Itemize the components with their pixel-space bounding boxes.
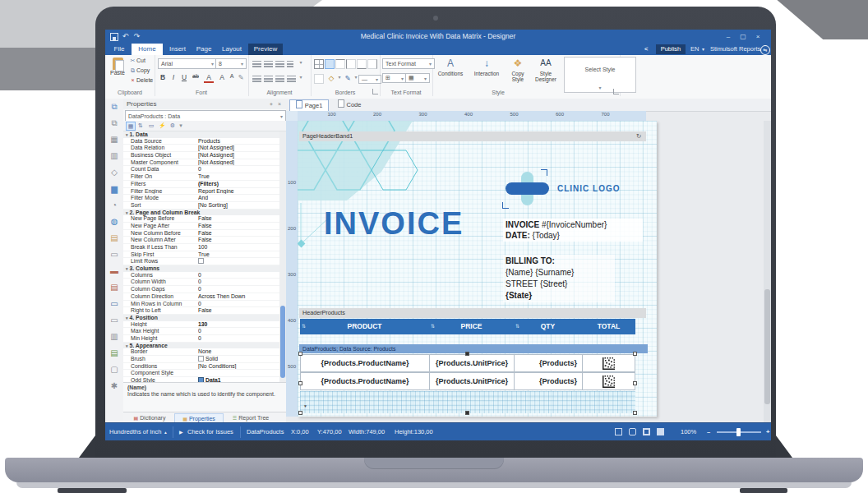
property-row-filter-mode[interactable]: Filter ModeAnd (123, 195, 279, 202)
settings-dropdown-icon[interactable]: ▾ (177, 122, 185, 129)
property-section-header[interactable]: ▾3. Columns (123, 265, 279, 272)
border-left-button[interactable] (346, 59, 356, 69)
toolbox-sub-report-icon[interactable]: ⧉ (105, 115, 123, 131)
align-right-button[interactable] (275, 76, 284, 82)
toolbox-cross-tab-icon[interactable]: ▦ (105, 131, 123, 148)
cell-unit-price[interactable]: {Products.UnitPrice} (429, 354, 515, 372)
events-icon[interactable]: ⚡ (158, 122, 166, 129)
property-row-right-to-left[interactable]: Right to LeftFalse (123, 307, 279, 315)
table-header-qty[interactable]: ⇅QTY (514, 319, 583, 334)
style-designer-button[interactable]: AAStyle Designer (531, 57, 561, 93)
select-style-dropdown[interactable]: ▾ (564, 85, 636, 93)
cut-button[interactable]: ✂Cut (129, 58, 154, 66)
logo-cross-horizontal[interactable] (506, 182, 549, 195)
report-page[interactable]: PageHeaderBand1 ↻ CLINIC LOGO INVOICE (298, 121, 657, 417)
grow-font-button[interactable]: A (217, 73, 227, 81)
toolbox-band-page-footer-icon[interactable]: ▭ (105, 312, 123, 329)
underline-button[interactable]: U (179, 73, 189, 81)
language-dropdown-icon[interactable]: ▾ (702, 44, 704, 55)
publish-button[interactable]: Publish (656, 44, 686, 54)
properties-view-icon[interactable]: ▭ (147, 122, 155, 129)
logo-text[interactable]: CLINIC LOGO (557, 184, 621, 193)
property-row-data-relation[interactable]: Data Relation[Not Assigned] (123, 145, 279, 152)
border-bottom-button[interactable] (357, 59, 367, 69)
property-row-filters[interactable]: Filters(Filters) (123, 181, 279, 188)
toolbox-barcode-icon[interactable]: ▥ (105, 148, 123, 164)
align-top-button[interactable] (252, 61, 261, 67)
align-middle-button[interactable] (264, 61, 273, 67)
tab-preview[interactable]: Preview (248, 44, 283, 55)
zoom-out-button[interactable]: – (707, 423, 710, 440)
checkbox[interactable] (198, 258, 204, 264)
align-center-button[interactable] (264, 76, 273, 82)
toolbox-gauge-icon[interactable]: ◔ (105, 197, 123, 214)
units-selector[interactable]: Hundredths of Inch (109, 423, 161, 440)
property-row-sort[interactable]: Sort[No Sorting] (123, 202, 279, 210)
text-format-select[interactable]: Text Format▾ (382, 58, 435, 69)
property-row-filter-on[interactable]: Filter OnTrue (123, 173, 279, 181)
property-row-border[interactable]: BorderNone (123, 348, 279, 356)
select-style-box[interactable]: Select Style (564, 57, 636, 86)
account-badge-icon[interactable]: ⇆ (760, 45, 770, 55)
selection-handle[interactable] (465, 411, 469, 415)
copy-style-button[interactable]: ❖Copy Style (506, 57, 529, 93)
border-right-button[interactable] (367, 59, 377, 69)
tab-code[interactable]: Code (332, 99, 367, 111)
minimize-button[interactable]: – (722, 30, 735, 44)
scrollbar-thumb[interactable] (280, 306, 285, 378)
property-row-skip-first[interactable]: Skip FirstTrue (123, 251, 279, 259)
align-justify-button[interactable] (287, 76, 296, 82)
selection-handle[interactable] (298, 381, 302, 385)
property-row-break-if-less-than[interactable]: Break if Less Than100 (123, 244, 279, 251)
style-dialog-launcher-icon[interactable] (613, 89, 619, 94)
toolbox-band-group-header-icon[interactable]: ▬ (105, 263, 123, 279)
property-section-header[interactable]: ▾2. Page and Column Break (123, 210, 279, 216)
tab-layout[interactable]: Layout (217, 44, 247, 55)
checkbox[interactable] (198, 356, 204, 362)
toolbox-band-data-icon[interactable]: ▤ (105, 279, 123, 296)
refresh-icon[interactable]: ↻ (636, 131, 641, 141)
borders-dialog-launcher-icon[interactable] (372, 89, 378, 94)
toolbox-band-column-icon[interactable]: ▥ (105, 329, 123, 345)
border-style-select[interactable]: —▾ (358, 75, 381, 84)
property-row-min-rows-in-column[interactable]: Min Rows in Column0 (123, 301, 279, 308)
rotate-text-button[interactable] (287, 61, 293, 67)
property-row-new-column-before[interactable]: New Column BeforeFalse (123, 230, 279, 237)
selection-handle[interactable] (633, 411, 637, 415)
language-select[interactable]: EN (690, 44, 699, 55)
property-row-new-page-before[interactable]: New Page BeforeFalse (123, 215, 279, 223)
canvas-scrollbar[interactable] (764, 121, 771, 422)
bold-button[interactable]: B (158, 73, 168, 81)
property-row-filter-engine[interactable]: Filter EngineReport Engine (123, 188, 279, 196)
property-row-min-height[interactable]: Min Height0 (123, 335, 279, 343)
billing-block[interactable]: BILLING TO: {Name} {Surname} STREET {Str… (503, 255, 615, 302)
property-row-new-column-after[interactable]: New Column AfterFalse (123, 237, 279, 244)
alphabetical-sort-icon[interactable]: ⇅ (136, 122, 145, 129)
cell-qty[interactable]: {Products} (514, 372, 583, 390)
maximize-button[interactable]: ▢ (736, 30, 750, 44)
view-mode-continuous-icon[interactable] (629, 428, 636, 435)
selected-band-area[interactable]: ▼ (300, 391, 635, 413)
cell-barcode[interactable] (582, 372, 635, 390)
selection-handle[interactable] (633, 381, 637, 385)
component-selector[interactable]: DataProducts : Data▾ (125, 110, 286, 122)
clear-format-icon[interactable]: ✎ (236, 73, 246, 81)
spacing-dropdown-icon[interactable]: ▾ (296, 74, 306, 80)
cell-barcode[interactable] (582, 354, 635, 372)
zoom-in-button[interactable]: + (766, 423, 769, 440)
selection-handle[interactable] (298, 352, 302, 356)
property-section-header[interactable]: ▾4. Position (123, 315, 279, 321)
table-header-total[interactable]: TOTAL (582, 319, 635, 334)
rotate-dropdown-icon[interactable]: ▾ (296, 59, 306, 65)
border-all-button[interactable] (314, 59, 324, 69)
conditions-button[interactable]: AConditions (434, 57, 467, 93)
align-left-button[interactable] (252, 76, 261, 82)
toolbox-chart-icon[interactable]: ▆ (105, 181, 123, 197)
selection-handle[interactable] (633, 352, 637, 356)
band-header-products[interactable]: HeaderProducts (299, 308, 646, 318)
italic-button[interactable]: I (169, 73, 178, 81)
categorized-view-icon[interactable]: ▦ (126, 122, 136, 131)
cell-unit-price[interactable]: {Products.UnitPrice} (429, 372, 515, 390)
invoice-info-block[interactable]: INVOICE #{InvoiceNumber} DATE: {Today} (503, 219, 643, 242)
property-row-height[interactable]: Height130 (123, 321, 279, 329)
